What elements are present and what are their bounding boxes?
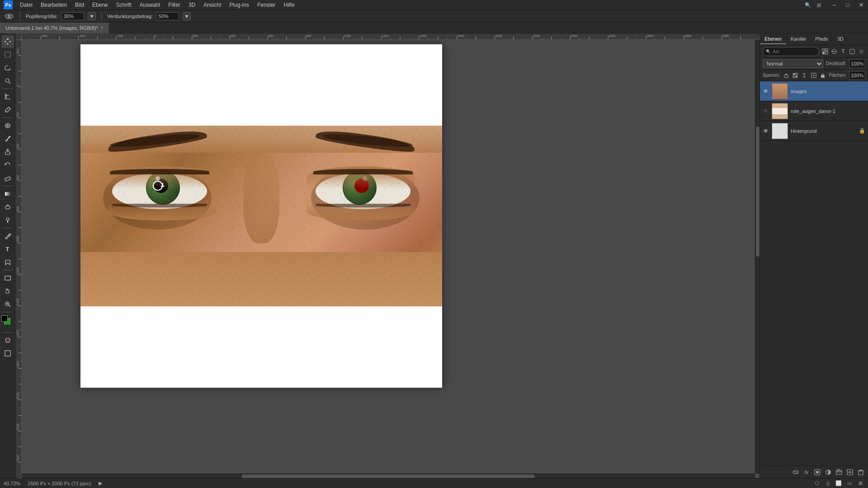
type-tool-btn[interactable]: T bbox=[1, 243, 14, 255]
status-arrow[interactable]: ▶ bbox=[99, 480, 102, 486]
menu-datei[interactable]: Datei bbox=[16, 1, 36, 9]
menu-auswahl[interactable]: Auswahl bbox=[136, 1, 164, 9]
status-proofing-icon[interactable]: ⬡ bbox=[813, 479, 821, 488]
color-swatches[interactable] bbox=[1, 315, 14, 329]
new-group-btn[interactable] bbox=[835, 468, 844, 477]
panel-tabs: Ebenen Kanäle Pfade 3D bbox=[760, 33, 868, 45]
svg-marker-6 bbox=[9, 41, 11, 42]
delete-layer-btn[interactable] bbox=[856, 468, 865, 477]
layer-item-images[interactable]: 👁 images bbox=[760, 81, 868, 101]
filter-shape-icon[interactable] bbox=[848, 47, 856, 56]
layer-item-hintergrund[interactable]: 👁 Hintergrund 🔒 bbox=[760, 121, 868, 141]
menu-fenster[interactable]: Fenster bbox=[254, 1, 279, 9]
menu-ansicht[interactable]: Ansicht bbox=[200, 1, 225, 9]
menu-schrift[interactable]: Schrift bbox=[113, 1, 135, 9]
screen-mode-btn[interactable] bbox=[1, 347, 14, 360]
opacity-input[interactable] bbox=[849, 59, 865, 68]
healing-brush-btn[interactable] bbox=[1, 119, 14, 132]
quick-select-tool-btn[interactable] bbox=[1, 75, 14, 87]
add-layer-style-btn[interactable]: fx bbox=[802, 468, 811, 477]
canvas-viewport[interactable] bbox=[22, 40, 760, 478]
hand-tool-btn[interactable] bbox=[1, 285, 14, 297]
window-minimize-btn[interactable]: − bbox=[827, 0, 841, 10]
filter-adjust-icon[interactable] bbox=[830, 47, 838, 56]
search-global-icon[interactable]: 🔍 bbox=[804, 1, 812, 9]
add-mask-btn[interactable] bbox=[813, 468, 822, 477]
document-tab[interactable]: Unbenannt-1 bei 40,7% (images, RGB/8)* × bbox=[0, 23, 109, 33]
lock-artboards-btn[interactable] bbox=[811, 71, 817, 80]
dodge-tool-btn[interactable] bbox=[1, 214, 14, 226]
lock-pixels-btn[interactable] bbox=[792, 71, 798, 80]
dimensions-info: 2600 Px × 2000 Px (72 ppm) bbox=[28, 481, 91, 486]
blend-mode-dropdown[interactable]: Normal Multiplizieren Bildschirm Überlag… bbox=[763, 59, 823, 68]
path-select-btn[interactable] bbox=[1, 256, 14, 268]
search-box[interactable]: 🔍 bbox=[763, 47, 819, 56]
lasso-tool-btn[interactable] bbox=[1, 61, 14, 74]
svg-point-41 bbox=[816, 471, 819, 474]
menu-hilfe[interactable]: Hilfe bbox=[280, 1, 298, 9]
tab-pfade[interactable]: Pfade bbox=[811, 34, 833, 44]
move-tool-btn[interactable] bbox=[1, 35, 14, 48]
menu-filter[interactable]: Filter bbox=[165, 1, 184, 9]
status-frame-icon[interactable]: ▭ bbox=[845, 479, 854, 488]
svg-rect-35 bbox=[796, 73, 797, 75]
vertical-scrollbar[interactable] bbox=[755, 40, 760, 474]
status-history-icon[interactable]: ⎙ bbox=[824, 479, 832, 488]
menu-bearbeiten[interactable]: Bearbeiten bbox=[37, 1, 71, 9]
pupil-size-input[interactable] bbox=[61, 12, 84, 20]
menu-bild[interactable]: Bild bbox=[71, 1, 88, 9]
layer-visibility-hintergrund[interactable]: 👁 bbox=[763, 128, 769, 134]
gradient-tool-btn[interactable] bbox=[1, 188, 14, 200]
tab-3d[interactable]: 3D bbox=[833, 34, 848, 44]
filter-pixel-icon[interactable] bbox=[821, 47, 829, 56]
rectangle-tool-btn[interactable] bbox=[1, 272, 14, 284]
menu-plugins[interactable]: Plug-ins bbox=[226, 1, 253, 9]
crop-tool-btn[interactable] bbox=[1, 90, 14, 103]
filter-type-icon[interactable]: T bbox=[839, 47, 847, 56]
lock-position-btn[interactable] bbox=[801, 71, 807, 80]
layer-name-images: images bbox=[791, 89, 865, 94]
darkness-dropdown[interactable]: ▼ bbox=[183, 12, 191, 20]
visibility-eye-bg-icon: 👁 bbox=[763, 128, 769, 134]
layer-item-rote-augen[interactable]: 👁 rote_augen_davor-1 bbox=[760, 101, 868, 121]
brush-tool-btn[interactable] bbox=[1, 132, 14, 145]
layer-visibility-rote[interactable]: 👁 bbox=[763, 108, 769, 114]
canvas-white-bottom bbox=[80, 306, 442, 388]
layer-search-input[interactable] bbox=[773, 49, 816, 54]
layer-visibility-images[interactable]: 👁 bbox=[763, 88, 769, 94]
fill-input[interactable] bbox=[849, 71, 865, 80]
svg-point-16 bbox=[5, 206, 10, 209]
history-brush-btn[interactable] bbox=[1, 159, 14, 171]
tab-close-btn[interactable]: × bbox=[101, 25, 104, 30]
zoom-tool-btn[interactable] bbox=[1, 298, 14, 310]
menu-3d[interactable]: 3D bbox=[185, 1, 199, 9]
lock-all-btn[interactable] bbox=[820, 71, 826, 80]
status-expand-icon[interactable]: ⊞ bbox=[856, 479, 864, 488]
marquee-tool-btn[interactable] bbox=[1, 48, 14, 61]
toolbar-sep-2 bbox=[2, 117, 13, 118]
blur-tool-btn[interactable] bbox=[1, 201, 14, 213]
eraser-tool-btn[interactable] bbox=[1, 172, 14, 184]
pupil-size-dropdown[interactable]: ▼ bbox=[88, 12, 96, 20]
pen-tool-btn[interactable] bbox=[1, 230, 14, 242]
horizontal-scrollbar[interactable] bbox=[22, 474, 755, 478]
window-close-btn[interactable]: ✕ bbox=[854, 0, 868, 10]
window-maximize-btn[interactable]: □ bbox=[841, 0, 854, 10]
clone-stamp-btn[interactable] bbox=[1, 145, 14, 158]
new-adjustment-btn[interactable] bbox=[824, 468, 833, 477]
darkness-input[interactable] bbox=[156, 12, 179, 20]
link-layers-btn[interactable] bbox=[791, 468, 800, 477]
menu-ebene[interactable]: Ebene bbox=[89, 1, 112, 9]
tab-kanaele[interactable]: Kanäle bbox=[786, 34, 811, 44]
new-layer-btn[interactable] bbox=[845, 468, 854, 477]
lock-transparent-btn[interactable] bbox=[783, 71, 789, 80]
filter-smart-icon[interactable] bbox=[857, 47, 865, 56]
workspace-icon[interactable]: ⊞ bbox=[815, 1, 823, 9]
panel-bottom-bar: fx bbox=[760, 465, 868, 478]
status-brush-icon[interactable]: ⬜ bbox=[835, 479, 843, 488]
foreground-color-swatch[interactable] bbox=[1, 315, 8, 322]
svg-rect-14 bbox=[5, 177, 10, 181]
tab-ebenen[interactable]: Ebenen bbox=[760, 34, 786, 44]
eyedropper-tool-btn[interactable] bbox=[1, 103, 14, 116]
quick-mask-btn[interactable] bbox=[1, 334, 14, 347]
